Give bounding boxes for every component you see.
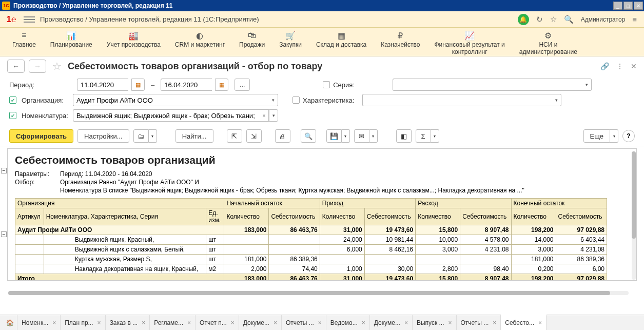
- tab-item[interactable]: Ведомо...×: [326, 315, 370, 330]
- char-input[interactable]: [362, 94, 552, 106]
- nav-main[interactable]: ≡Главное: [5, 31, 43, 48]
- expand-button[interactable]: ⇱: [227, 129, 242, 143]
- generate-button[interactable]: Сформировать: [9, 129, 73, 143]
- print-button[interactable]: 🖨: [275, 129, 290, 143]
- nom-clear-icon[interactable]: ×: [260, 109, 269, 122]
- email-dropdown[interactable]: ▾: [369, 129, 378, 143]
- tab-close-icon[interactable]: ×: [493, 319, 496, 326]
- table-row[interactable]: Накладка декоративная на ящик, Красный,м…: [15, 264, 607, 274]
- scrollbar-horizontal[interactable]: [8, 291, 629, 295]
- table-row[interactable]: Куртка мужская, Размер S,шт181,00086 389…: [15, 255, 607, 264]
- tab-close-icon[interactable]: ×: [318, 319, 322, 326]
- table-row[interactable]: Выдвижной ящик с салазками, Белый,шт6,00…: [15, 245, 607, 255]
- nav-warehouse[interactable]: ▦Склад и доставка: [309, 31, 374, 48]
- tab-close-icon[interactable]: ×: [97, 319, 101, 326]
- tab-close-icon[interactable]: ×: [274, 319, 277, 326]
- tab-close-icon[interactable]: ×: [538, 319, 542, 326]
- series-checkbox[interactable]: [323, 81, 330, 88]
- nav-sales[interactable]: 🛍Продажи: [232, 31, 272, 48]
- variants-dropdown[interactable]: ▾: [149, 129, 157, 143]
- date-to-input[interactable]: [161, 79, 212, 91]
- back-button[interactable]: ←: [7, 60, 25, 73]
- tab-close-icon[interactable]: ×: [231, 319, 235, 326]
- nav-planning[interactable]: 📊Планирование: [43, 31, 100, 48]
- series-dropdown-icon[interactable]: ▾: [582, 79, 592, 91]
- filter-label: Отбор:: [15, 179, 60, 186]
- sum-button[interactable]: Σ: [416, 129, 431, 143]
- tab-close-icon[interactable]: ×: [362, 319, 365, 326]
- org-dropdown-icon[interactable]: ▾: [269, 94, 278, 106]
- org-label: Организация:: [22, 96, 70, 104]
- save-dropdown[interactable]: ▾: [342, 129, 350, 143]
- menu-icon[interactable]: [24, 16, 35, 23]
- tab-close-icon[interactable]: ×: [142, 319, 145, 326]
- save-button[interactable]: 💾: [326, 129, 342, 143]
- org-checkbox[interactable]: ✔: [9, 96, 16, 104]
- home-tab[interactable]: 🏠: [3, 315, 17, 330]
- tab-item[interactable]: Заказ в ...×: [106, 315, 150, 330]
- preview-button[interactable]: 🔍: [301, 129, 316, 143]
- tab-close-icon[interactable]: ×: [52, 319, 56, 326]
- tab-close-icon[interactable]: ×: [404, 319, 408, 326]
- tab-item[interactable]: Отчеты ...×: [282, 315, 326, 330]
- tab-item[interactable]: Себесто...×: [501, 315, 547, 330]
- more-dropdown[interactable]: ▾: [610, 129, 618, 143]
- tab-item[interactable]: Докуме...×: [370, 315, 413, 330]
- table-row[interactable]: Выдвижной ящик, Красный,шт24,00010 981,4…: [15, 235, 607, 245]
- collapse-button[interactable]: ⇲: [246, 129, 262, 143]
- star-icon[interactable]: ☆: [52, 60, 62, 72]
- sum-dropdown[interactable]: ▾: [431, 129, 439, 143]
- date-to-calendar-icon[interactable]: ▦: [215, 79, 228, 91]
- tab-close-icon[interactable]: ×: [187, 319, 191, 326]
- help-button[interactable]: ?: [622, 130, 635, 142]
- nav-treasury[interactable]: ₽Казначейство: [374, 31, 427, 48]
- series-input[interactable]: [393, 79, 582, 91]
- org-input[interactable]: [73, 94, 269, 106]
- variants-button[interactable]: 🗂: [133, 129, 149, 143]
- nav-financial[interactable]: 📈Финансовый результат и контроллинг: [427, 31, 512, 56]
- tab-item[interactable]: Регламе...×: [150, 315, 196, 330]
- scrollbar-vertical[interactable]: [632, 151, 636, 280]
- tab-item[interactable]: План пр...×: [61, 315, 105, 330]
- nav-purchases[interactable]: 🛒Закупки: [272, 31, 309, 48]
- user-label[interactable]: Администратор: [581, 16, 626, 23]
- tab-item[interactable]: Докуме...×: [239, 315, 282, 330]
- tab-close-icon[interactable]: ×: [448, 319, 452, 326]
- tab-item[interactable]: Выпуск ...×: [413, 315, 457, 330]
- find-button[interactable]: Найти...: [175, 129, 213, 143]
- more-icon[interactable]: ⋮: [616, 62, 623, 70]
- email-button[interactable]: ✉: [354, 129, 369, 143]
- close-page-icon[interactable]: ✕: [631, 62, 637, 70]
- char-dropdown-icon[interactable]: ▾: [552, 94, 561, 106]
- history-icon[interactable]: ↻: [536, 15, 543, 24]
- maximize-button[interactable]: □: [623, 2, 633, 10]
- nav-production[interactable]: 🏭Учет производства: [100, 31, 168, 48]
- settings-bars-icon[interactable]: ≡: [632, 15, 637, 24]
- tree-toggle-params[interactable]: −: [1, 168, 7, 173]
- close-window-button[interactable]: ✕: [634, 2, 643, 10]
- nav-crm[interactable]: ◐CRM и маркетинг: [168, 31, 232, 48]
- favorite-icon[interactable]: ☆: [550, 15, 557, 24]
- link-icon[interactable]: 🔗: [600, 62, 609, 70]
- settings-button[interactable]: Настройки...: [77, 129, 129, 143]
- nom-input[interactable]: [73, 109, 260, 122]
- minimize-button[interactable]: _: [613, 2, 622, 10]
- nom-checkbox[interactable]: ✔: [9, 112, 16, 119]
- notifications-icon[interactable]: 🔔: [518, 14, 529, 25]
- tab-item[interactable]: Номенк...×: [17, 315, 61, 330]
- tab-item[interactable]: Отчеты ...×: [457, 315, 501, 330]
- char-checkbox[interactable]: [292, 96, 300, 104]
- search-icon[interactable]: 🔍: [564, 15, 574, 24]
- tab-item[interactable]: Отчет п...×: [196, 315, 239, 330]
- period-button[interactable]: ◧: [396, 129, 412, 143]
- nav-admin[interactable]: ⚙НСИ и администрирование: [512, 31, 584, 56]
- nom-dropdown-icon[interactable]: ▾: [269, 109, 278, 122]
- tree-toggle-group[interactable]: −: [1, 231, 7, 237]
- period-picker-button[interactable]: ...: [235, 79, 250, 91]
- date-from-input[interactable]: [77, 79, 128, 91]
- date-from-calendar-icon[interactable]: ▦: [131, 79, 145, 91]
- forward-button[interactable]: →: [29, 60, 46, 73]
- more-button[interactable]: Еще: [583, 129, 610, 143]
- table-group-row[interactable]: Аудит Профи АйТи ООО 183,00086 463,76 31…: [15, 225, 607, 235]
- report-content[interactable]: Себестоимость товаров организаций Параме…: [7, 148, 637, 281]
